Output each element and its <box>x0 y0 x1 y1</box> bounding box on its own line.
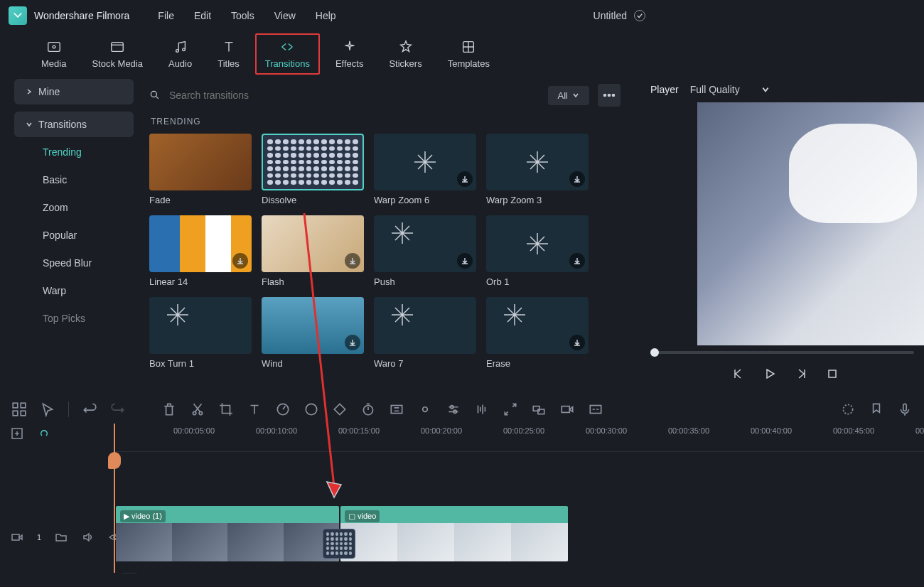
ruler-tick: 00:00:15:00 <box>338 426 380 435</box>
play-button[interactable] <box>763 367 777 381</box>
sidebar-item-basic[interactable]: Basic <box>14 167 134 193</box>
quality-dropdown[interactable]: Full Quality <box>690 84 770 95</box>
search-input[interactable] <box>169 90 539 101</box>
clip1-label: video (1) <box>131 512 162 520</box>
stop-button[interactable] <box>825 367 839 381</box>
render-button[interactable] <box>840 402 856 417</box>
sidebar-item-popular[interactable]: Popular <box>14 222 134 248</box>
sidebar-item-speed-blur[interactable]: Speed Blur <box>14 250 134 276</box>
adjust-button[interactable] <box>446 402 461 417</box>
record-button[interactable] <box>559 402 575 417</box>
sidebar-item-warp[interactable]: Warp <box>14 278 134 303</box>
download-icon[interactable] <box>457 253 473 269</box>
transition-browser: All TRENDING FadeDissolveWarp Zoom 6Warp… <box>138 77 632 391</box>
more-button[interactable] <box>598 84 621 107</box>
video-clip-1[interactable]: ▶ video (1) <box>116 506 339 561</box>
transition-card-push[interactable]: Push <box>374 215 476 287</box>
menu-tools[interactable]: Tools <box>231 10 254 21</box>
menu-help[interactable]: Help <box>316 10 336 21</box>
search-icon <box>149 90 161 101</box>
download-icon[interactable] <box>345 253 360 269</box>
stock-media-icon <box>109 39 125 55</box>
subtitle-button[interactable] <box>588 402 603 417</box>
prev-frame-button[interactable] <box>731 367 746 381</box>
tab-effects[interactable]: Effects <box>323 35 377 73</box>
playhead[interactable] <box>114 424 115 573</box>
mic-button[interactable] <box>897 402 913 417</box>
tab-transitions[interactable]: Transitions <box>252 35 323 73</box>
tab-stickers[interactable]: Stickers <box>376 35 434 73</box>
transition-card-flash[interactable]: Flash <box>262 215 364 287</box>
next-frame-button[interactable] <box>794 367 808 381</box>
tab-templates[interactable]: Templates <box>435 35 503 73</box>
preview-header: Player Full Quality <box>640 77 924 102</box>
tab-media[interactable]: Media <box>28 35 79 73</box>
transition-on-timeline[interactable] <box>323 529 355 559</box>
menu-edit[interactable]: Edit <box>194 10 211 21</box>
transition-card-dissolve[interactable]: Dissolve <box>262 134 364 205</box>
folder-icon[interactable] <box>54 530 68 544</box>
download-icon[interactable] <box>569 171 585 187</box>
timeline-ruler[interactable]: 00:00:05:0000:00:10:0000:00:15:0000:00:2… <box>114 424 924 452</box>
ruler-tick: 00:00:30:00 <box>586 426 627 435</box>
marker-button[interactable] <box>869 402 884 417</box>
tab-titles[interactable]: Titles <box>205 35 252 73</box>
link-button[interactable] <box>417 402 433 417</box>
tab-transitions-label: Transitions <box>265 58 310 69</box>
module-tabs: Media Stock Media Audio Titles Transitio… <box>0 31 924 77</box>
preview-viewport[interactable] <box>697 102 924 345</box>
keyframe-button[interactable] <box>332 402 348 417</box>
download-icon[interactable] <box>457 171 473 187</box>
redo-button[interactable] <box>110 402 126 417</box>
mute-track-button[interactable] <box>81 530 95 544</box>
undo-button[interactable] <box>82 402 97 417</box>
transition-card-linear-14[interactable]: Linear 14 <box>149 215 252 287</box>
sidebar-item-trending[interactable]: Trending <box>14 139 134 165</box>
transition-card-warp-zoom-3[interactable]: Warp Zoom 3 <box>486 134 589 205</box>
video-clip-2[interactable]: ▢ video <box>340 506 568 561</box>
text-button[interactable] <box>247 402 262 417</box>
download-icon[interactable] <box>232 253 248 269</box>
transition-card-waro-7[interactable]: Waro 7 <box>374 297 476 369</box>
sidebar-mine[interactable]: Mine <box>14 79 134 104</box>
sidebar-item-zoom[interactable]: Zoom <box>14 195 134 220</box>
menu-view[interactable]: View <box>274 10 296 21</box>
sidebar-transitions[interactable]: Transitions <box>14 112 134 137</box>
layout-button[interactable] <box>11 402 27 417</box>
menu-file[interactable]: File <box>158 10 174 21</box>
speed-button[interactable] <box>275 402 291 417</box>
timer-button[interactable] <box>360 402 376 417</box>
color-button[interactable] <box>303 402 319 417</box>
add-track-button[interactable] <box>10 426 24 441</box>
delete-button[interactable] <box>161 402 177 417</box>
select-button[interactable] <box>40 402 55 417</box>
group-button[interactable] <box>531 402 547 417</box>
sidebar-item-top-picks[interactable]: Top Picks <box>14 306 134 331</box>
transition-card-warp-zoom-6[interactable]: Warp Zoom 6 <box>374 134 476 205</box>
transition-card-box-turn-1[interactable]: Box Turn 1 <box>149 297 252 369</box>
tab-stock-media[interactable]: Stock Media <box>79 35 156 73</box>
download-icon[interactable] <box>569 335 585 350</box>
crop-button[interactable] <box>218 402 234 417</box>
titles-icon <box>221 39 237 55</box>
transition-card-wind[interactable]: Wind <box>262 297 364 369</box>
scrubber-handle[interactable] <box>650 348 659 357</box>
transition-label: Linear 14 <box>149 276 252 287</box>
cut-button[interactable] <box>190 402 205 417</box>
filter-dropdown[interactable]: All <box>548 86 589 105</box>
preview-scrubber[interactable] <box>650 351 914 354</box>
download-icon[interactable] <box>569 253 585 269</box>
download-icon[interactable] <box>345 335 360 350</box>
video-track-icon <box>10 530 24 544</box>
transition-label: Push <box>374 276 476 287</box>
audio-button[interactable] <box>474 402 490 417</box>
fit-button[interactable] <box>389 402 404 417</box>
preview-tab-player[interactable]: Player <box>650 84 679 95</box>
detach-button[interactable] <box>503 402 518 417</box>
tab-audio[interactable]: Audio <box>156 35 205 73</box>
link-track-button[interactable] <box>37 426 51 441</box>
transition-card-orb-1[interactable]: Orb 1 <box>486 215 589 287</box>
transition-card-fade[interactable]: Fade <box>149 134 252 205</box>
svg-rect-2 <box>112 43 124 52</box>
transition-card-erase[interactable]: Erase <box>486 297 589 369</box>
